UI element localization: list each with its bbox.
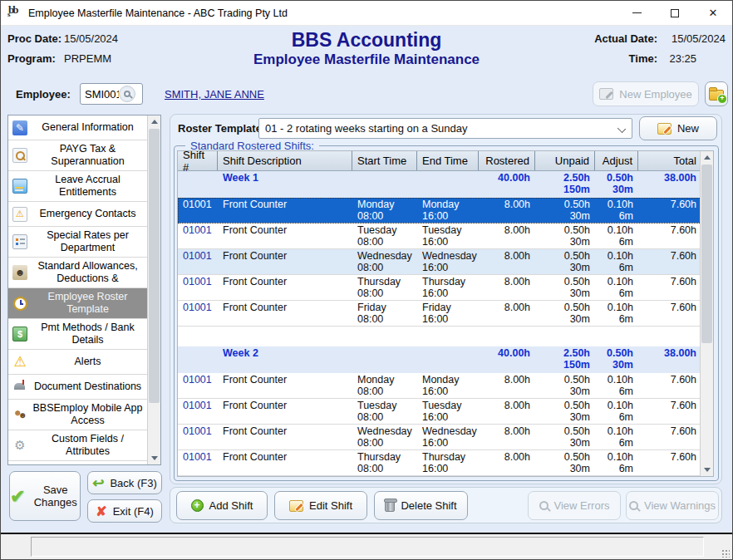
column-header: Total [638,151,700,170]
employee-code-input[interactable] [81,88,119,101]
sidebar-item-pmt-methods-bank-details[interactable]: Pmt Methods / Bank Details [8,319,147,350]
back-arrow-icon: ↩ [92,474,104,492]
sidebar-item-label: Custom Fields / Attributes [30,433,145,458]
sidebar-scrollbar[interactable] [147,115,160,464]
sidebar-item-alerts[interactable]: Alerts [8,350,147,375]
sidebar-item-label: General Information [30,121,145,134]
scroll-up-arrow-icon[interactable] [701,151,713,164]
empty-row [178,327,700,346]
view-warnings-button[interactable]: View Warnings [626,491,719,520]
sidebar-item-label: Pmt Methods / Bank Details [30,322,145,346]
shift-row[interactable]: 01001Front CounterMonday08:00Monday16:00… [178,198,700,224]
employee-code-field[interactable] [80,83,143,105]
sidebar-item-standard-allowances-deductions[interactable]: Standard Allowances, Deductions & [8,258,147,288]
sidebar-item-document-destinations[interactable]: Document Destinations [8,375,147,400]
open-employee-folder-button[interactable] [705,81,728,106]
employee-label: Employee: [16,88,71,101]
scroll-down-arrow-icon[interactable] [701,464,713,476]
edit-shift-button[interactable]: Edit Shift [274,491,367,520]
sidebar-item-label: Emergency Contacts [30,208,145,220]
shift-row[interactable]: 01001Front CounterTuesday08:00Tuesday16:… [178,399,700,425]
back-button[interactable]: ↩ Back (F3) [87,471,162,494]
sidebar-item-label: Employee Roster Template [30,291,145,316]
week-summary-row: Week 240.00h2.50h150m0.50h30m38.00h [178,346,700,373]
document-search-icon [10,148,30,163]
roster-template-select[interactable]: 01 - 2 rotating weeks starting on a Sund… [258,118,632,139]
chevron-down-icon [617,125,626,133]
shift-row[interactable]: 01001Front CounterThursday08:00Thursday1… [178,275,700,301]
actual-date-value: 15/05/2024 [672,32,726,45]
new-template-button[interactable]: New [639,116,717,140]
check-icon: ✔ [10,490,25,503]
employee-name-link[interactable]: SMITH, JANE ANNE [165,88,264,101]
save-changes-button[interactable]: ✔ Save Changes [9,471,81,521]
folder-add-icon [709,90,724,101]
shift-row[interactable]: 01001Front CounterFriday08:00Friday16:00… [178,301,700,327]
minimize-button[interactable] [617,1,656,25]
gear-icon [10,438,30,453]
roster-clock-icon [10,297,30,311]
search-icon [539,501,549,510]
minimize-icon [632,12,642,13]
shift-row[interactable]: 01001Front CounterThursday08:00Thursday1… [178,450,700,476]
sidebar-item-bbsemploy-mobile-app-access[interactable]: BBSEmploy Mobile App Access [8,400,147,430]
red-x-icon: ✘ [96,504,106,519]
scroll-down-arrow-icon[interactable] [148,452,160,464]
roster-template-label: Roster Template: [178,122,265,135]
table-scrollbar[interactable] [700,151,713,476]
actual-date-label: Actual Date: [594,32,657,45]
column-header: Rostered [479,151,535,170]
resize-grip[interactable] [721,549,730,558]
shift-action-bar: + Add Shift Edit Shift Delete Shift View… [170,487,722,523]
table-scroll-thumb[interactable] [701,165,712,343]
week-summary-row: Week 140.00h2.50h150m0.50h30m38.00h [178,171,700,198]
sidebar-item-emergency-contacts[interactable]: Emergency Contacts [8,202,147,227]
sidebar-item-label: Standard Allowances, Deductions & [30,260,145,285]
table-header-row: Shift #Shift DescriptionStart TimeEnd Ti… [178,151,700,171]
column-header: Adjust [595,151,638,170]
sidebar-item-label: Document Destinations [30,381,145,393]
person-edit-icon [10,120,30,135]
sidebar-item-label: Special Rates per Department [30,229,145,254]
section-list: General InformationPAYG Tax & Superannua… [7,115,161,465]
sidebar-item-special-rates-per-department[interactable]: Special Rates per Department [8,227,147,258]
payment-money-icon [10,327,30,341]
title-bar: bb s Employee Masterfile Maintenance - A… [1,1,732,26]
shift-row[interactable]: 01001Front CounterWednesday08:00Wednesda… [178,425,700,450]
sidebar-item-custom-fields-attributes[interactable]: Custom Fields / Attributes [8,430,147,461]
column-header: Shift Description [218,151,352,170]
column-header: Shift # [178,151,218,170]
column-header: Unpaid [535,151,595,170]
close-icon: ✕ [709,7,718,18]
sidebar-scroll-thumb[interactable] [149,129,160,403]
status-bar [1,534,732,560]
leave-calendar-icon [10,179,30,194]
delete-shift-button[interactable]: Delete Shift [374,491,468,520]
new-employee-icon [599,88,613,100]
sidebar-item-payg-tax-superannuation[interactable]: PAYG Tax & Superannuation [8,140,147,171]
sidebar-item-label: PAYG Tax & Superannuation [30,143,145,168]
alert-warning-icon [10,355,30,370]
sidebar-item-label: Leave Accrual Entitlements [30,174,145,199]
new-employee-button[interactable]: New Employee [593,81,699,106]
time-label: Time: [629,52,657,65]
sidebar-item-general-information[interactable]: General Information [8,115,147,140]
edit-note-icon [289,500,303,512]
shift-row[interactable]: 01001Front CounterWednesday08:00Wednesda… [178,249,700,275]
shift-row[interactable]: 01001Front CounterMonday08:00Monday16:00… [178,373,700,399]
scroll-up-arrow-icon[interactable] [148,115,160,128]
new-template-icon [657,123,672,135]
status-message-field [31,537,704,557]
exit-button[interactable]: ✘ Exit (F4) [87,499,162,523]
employee-search-button[interactable] [119,86,135,102]
rates-list-icon [10,234,30,249]
mobile-users-icon [10,407,30,422]
sidebar-item-leave-accrual-entitlements[interactable]: Leave Accrual Entitlements [8,171,147,202]
sidebar-item-employee-roster-template[interactable]: Employee Roster Template [8,288,147,319]
close-button[interactable]: ✕ [694,1,732,25]
view-errors-button[interactable]: View Errors [528,491,621,520]
shift-row[interactable]: 01001Front CounterTuesday08:00Tuesday16:… [178,224,700,249]
search-icon [629,501,638,510]
add-shift-button[interactable]: + Add Shift [176,491,268,520]
maximize-button[interactable] [656,1,694,25]
